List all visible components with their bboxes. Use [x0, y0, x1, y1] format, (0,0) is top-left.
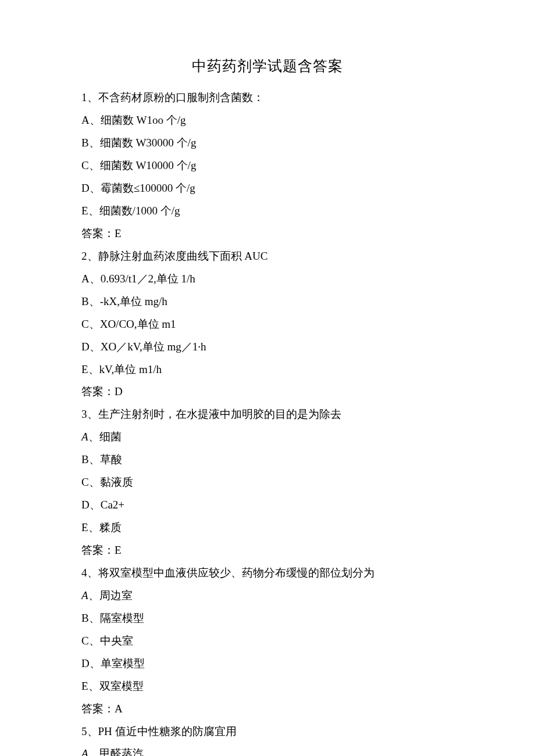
option-rest: 、甲醛蒸汽	[88, 747, 144, 756]
option-line: A、细菌	[81, 426, 454, 449]
option-line: D、Ca2+	[81, 494, 454, 517]
option-line: A、周边室	[81, 585, 454, 607]
option-line: B、草酸	[81, 449, 454, 471]
answer-line: 答案：D	[81, 381, 454, 403]
option-line: E、糅质	[81, 517, 454, 539]
option-line: D、单室模型	[81, 653, 454, 675]
option-line: D、霉菌数≤100000 个/g	[81, 177, 454, 200]
option-line: C、黏液质	[81, 471, 454, 494]
option-line: E、细菌数/1000 个/g	[81, 200, 454, 223]
option-line: B、细菌数 W30000 个/g	[81, 132, 454, 155]
option-line: B、隔室模型	[81, 607, 454, 630]
question-stem: 1、不含药材原粉的口服制剂含菌数：	[81, 87, 454, 109]
option-line: C、细菌数 W10000 个/g	[81, 155, 454, 177]
option-line: A、甲醛蒸汽	[81, 743, 454, 756]
option-prefix: A	[81, 431, 88, 443]
option-line: E、kV,单位 m1/h	[81, 359, 454, 381]
option-line: B、-kX,单位 mg/h	[81, 291, 454, 313]
option-line: E、双室模型	[81, 675, 454, 698]
question-stem: 5、PH 值近中性糖浆的防腐宜用	[81, 721, 454, 743]
option-line: D、XO／kV,单位 mg／1·h	[81, 336, 454, 359]
question-stem: 3、生产注射剂时，在水提液中加明胶的目的是为除去	[81, 403, 454, 426]
option-prefix: A	[81, 589, 88, 601]
question-stem: 2、静脉注射血药浓度曲线下面积 AUC	[81, 245, 454, 268]
option-rest: 、细菌	[88, 431, 122, 443]
option-prefix: A	[81, 747, 88, 756]
option-rest: 、周边室	[88, 589, 133, 601]
option-line: A、细菌数 W1oo 个/g	[81, 109, 454, 132]
option-line: C、XO/CO,单位 m1	[81, 313, 454, 336]
document-page: 中药药剂学试题含答案 1、不含药材原粉的口服制剂含菌数：A、细菌数 W1oo 个…	[0, 0, 535, 756]
answer-line: 答案：E	[81, 223, 454, 245]
answer-line: 答案：E	[81, 539, 454, 562]
document-body: 1、不含药材原粉的口服制剂含菌数：A、细菌数 W1oo 个/gB、细菌数 W30…	[81, 87, 454, 756]
question-stem: 4、将双室模型中血液供应较少、药物分布缓慢的部位划分为	[81, 562, 454, 585]
option-line: A、0.693/t1／2,单位 1/h	[81, 268, 454, 291]
option-line: C、中央室	[81, 630, 454, 653]
answer-line: 答案：A	[81, 698, 454, 721]
document-title: 中药药剂学试题含答案	[81, 51, 454, 81]
